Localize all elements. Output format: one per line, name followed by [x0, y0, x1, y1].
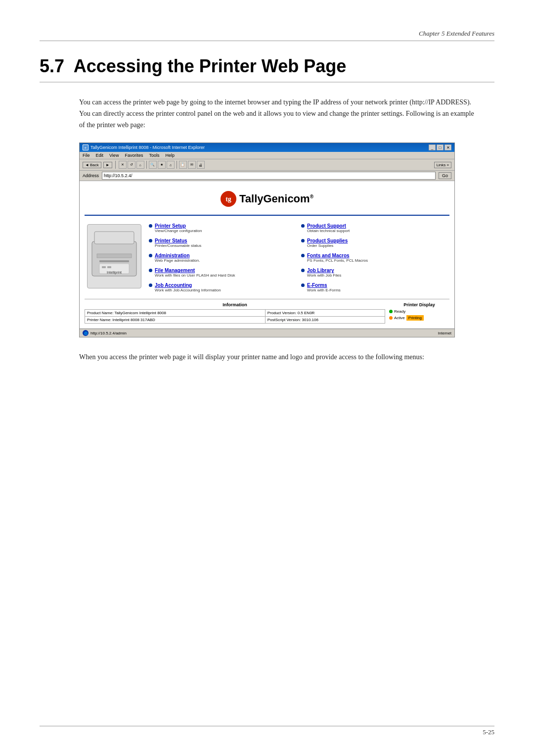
info-table: Product Name: TallyGenicom Intelliprint …: [85, 309, 385, 324]
address-label: Address: [83, 173, 99, 178]
link-file-management[interactable]: File Management: [155, 268, 235, 273]
browser-menubar: File Edit View Favorites Tools Help: [80, 152, 454, 159]
bullet-fonts-macros: [301, 254, 305, 257]
link-administration[interactable]: Administration: [155, 253, 200, 258]
printer-display-title: Printer Display: [389, 302, 449, 307]
menu-view[interactable]: View: [109, 153, 119, 158]
desc-administration: Web Page administration.: [155, 258, 200, 263]
menu-item-content-product-supplies: Product Supplies Order Supplies: [307, 238, 348, 248]
menu-item-file-management: File Management Work with files on User …: [149, 266, 297, 279]
menu-item-eforms: E-Forms Work with E-Forms: [301, 281, 449, 294]
section-title: 5.7 Accessing the Printer Web Page: [40, 56, 494, 83]
maximize-button[interactable]: □: [437, 144, 444, 150]
body-text-intro: You can access the printer web page by g…: [79, 96, 475, 131]
tg-icon-svg: tg: [221, 191, 236, 207]
history-button[interactable]: 📋: [179, 161, 187, 169]
browser-toolbar: ◄ Back ► ✕ ↺ ⌂ 🔍 ★ ♫ 📋 ✉ 🖨 Links »: [80, 159, 454, 171]
minimize-button[interactable]: _: [429, 144, 436, 150]
bullet-product-supplies: [301, 239, 305, 242]
link-printer-status[interactable]: Printer Status: [155, 238, 201, 243]
menu-item-administration: Administration Web Page administration.: [149, 251, 297, 264]
menu-favorites[interactable]: Favorites: [125, 153, 143, 158]
menu-item-content-eforms: E-Forms Work with E-Forms: [307, 283, 341, 292]
menu-file[interactable]: File: [83, 153, 90, 158]
svg-text:tg: tg: [225, 195, 231, 203]
info-cell-version: Product Version: 0.5 EN0R: [265, 310, 385, 317]
printing-badge: Printing: [406, 315, 424, 321]
link-product-support[interactable]: Product Support: [307, 223, 350, 229]
link-fonts-macros[interactable]: Fonts and Macros: [307, 253, 368, 258]
close-button[interactable]: ✕: [445, 144, 451, 150]
menu-item-fonts-macros: Fonts and Macros PS Fonts, PCL Fonts, PC…: [301, 251, 449, 264]
go-button[interactable]: Go: [439, 172, 451, 179]
forward-button[interactable]: ►: [103, 162, 112, 168]
menu-edit[interactable]: Edit: [96, 153, 104, 158]
favorites-button[interactable]: ★: [158, 161, 166, 169]
menu-item-printer-setup: Printer Setup View/Change configuration: [149, 222, 297, 235]
bullet-printer-status: [149, 239, 152, 242]
desc-printer-status: Printer/Consumable status: [155, 243, 201, 248]
page-number: 5-25: [483, 728, 494, 736]
status-zone: Internet: [438, 331, 451, 335]
toolbar-separator: [115, 161, 116, 169]
menu-item-content-printer-status: Printer Status Printer/Consumable status: [155, 238, 201, 248]
info-left: Information Product Name: TallyGenicom I…: [85, 302, 385, 324]
mail-button[interactable]: ✉: [188, 161, 196, 169]
active-dot: [389, 316, 393, 320]
back-label: Back: [90, 163, 99, 167]
media-button[interactable]: ♫: [167, 161, 175, 169]
info-section: Information Product Name: TallyGenicom I…: [85, 299, 449, 324]
svg-text:Intelliprint: Intelliprint: [107, 271, 122, 275]
menu-item-product-support: Product Support Obtain technical support: [301, 222, 449, 235]
address-input[interactable]: [102, 172, 436, 180]
window-controls[interactable]: _ □ ✕: [429, 144, 451, 150]
menu-item-content-job-accounting: Job Accounting Work with Job Accounting …: [155, 283, 221, 292]
menu-item-content-product-support: Product Support Obtain technical support: [307, 223, 350, 233]
info-row-2: Printer Name: Intelliprint 8008 317ABD P…: [85, 317, 385, 324]
link-printer-setup[interactable]: Printer Setup: [155, 223, 202, 229]
forward-arrow-icon: ►: [106, 163, 110, 167]
status-url: http://10.5.2.4/admin: [90, 331, 127, 335]
svg-rect-8: [99, 260, 129, 262]
link-product-supplies[interactable]: Product Supplies: [307, 238, 348, 243]
links-button[interactable]: Links »: [434, 162, 451, 168]
info-cell-ps-version: PostScript Version: 3010.106: [265, 317, 385, 324]
back-button[interactable]: ◄ Back: [83, 162, 101, 168]
active-label: Active: [394, 316, 405, 320]
bullet-job-library: [301, 269, 305, 272]
menu-item-content-printer-setup: Printer Setup View/Change configuration: [155, 223, 202, 233]
menu-tools[interactable]: Tools: [149, 153, 159, 158]
menu-item-content-file-management: File Management Work with files on User …: [155, 268, 235, 278]
printer-illustration: Intelliprint: [89, 227, 139, 286]
browser-statusbar: 🌐 http://10.5.2.4/admin Internet: [80, 329, 454, 337]
stop-button[interactable]: ✕: [119, 161, 127, 169]
home-button[interactable]: ⌂: [136, 161, 144, 169]
menu-help[interactable]: Help: [165, 153, 175, 158]
print-button[interactable]: 🖨: [197, 161, 205, 169]
display-ready: Ready: [389, 309, 449, 314]
link-eforms[interactable]: E-Forms: [307, 283, 341, 288]
desc-eforms: Work with E-Forms: [307, 288, 341, 292]
bullet-product-support: [301, 224, 305, 228]
browser-titlebar-left: e TallyGenicom Intelliprint 8008 - Micro…: [83, 144, 205, 150]
bullet-printer-setup: [149, 224, 152, 228]
svg-rect-7: [107, 266, 111, 268]
menu-grid: Printer Setup View/Change configuration …: [149, 222, 449, 294]
internet-globe-icon: 🌐: [83, 330, 89, 336]
menu-item-content-job-library: Job Library Work with Job Files: [307, 268, 341, 278]
body-text-conclusion: When you access the printer web page it …: [79, 351, 475, 363]
menu-item-job-library: Job Library Work with Job Files: [301, 266, 449, 279]
bullet-administration: [149, 254, 152, 257]
toolbar-separator-3: [177, 161, 177, 169]
menu-item-job-accounting: Job Accounting Work with Job Accounting …: [149, 281, 297, 294]
desc-printer-setup: View/Change configuration: [155, 229, 202, 233]
desc-job-library: Work with Job Files: [307, 273, 341, 278]
browser-title: TallyGenicom Intelliprint 8008 - Microso…: [90, 145, 205, 150]
toolbar-separator-2: [146, 161, 147, 169]
refresh-button[interactable]: ↺: [128, 161, 135, 169]
link-job-accounting[interactable]: Job Accounting: [155, 283, 221, 288]
search-button[interactable]: 🔍: [149, 161, 157, 169]
link-job-library[interactable]: Job Library: [307, 268, 341, 273]
desc-product-support: Obtain technical support: [307, 229, 350, 233]
svg-rect-6: [102, 266, 106, 268]
